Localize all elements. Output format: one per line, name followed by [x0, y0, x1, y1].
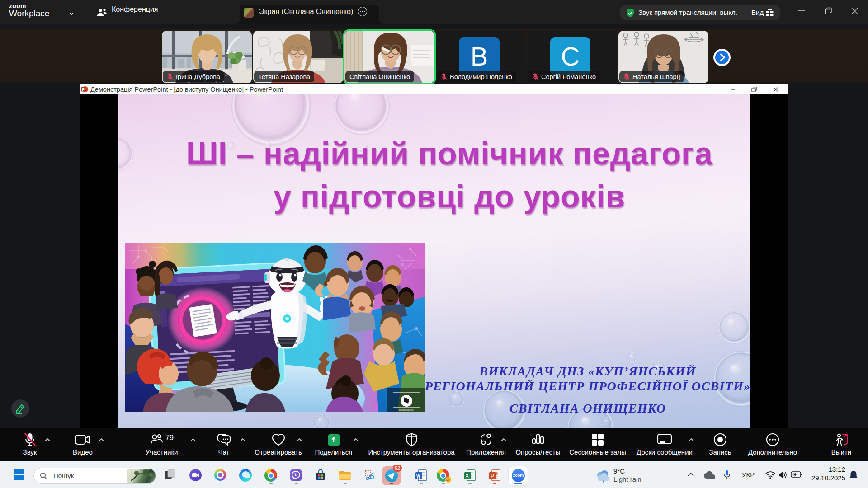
- svg-text:bimagebounce: bimagebounce: [399, 408, 414, 411]
- svg-text:P: P: [82, 87, 85, 92]
